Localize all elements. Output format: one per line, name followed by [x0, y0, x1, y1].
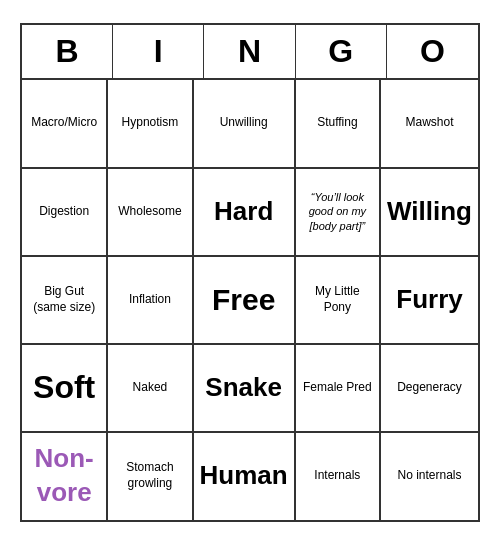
bingo-cell: Mawshot [380, 80, 478, 168]
bingo-cell: Macro/Micro [22, 80, 107, 168]
bingo-cell: Female Pred [295, 344, 380, 432]
bingo-cell: Willing [380, 168, 478, 256]
bingo-cell: Snake [193, 344, 295, 432]
bingo-cell: Big Gut (same size) [22, 256, 107, 344]
bingo-grid: Macro/MicroHypnotismUnwillingStuffingMaw… [22, 80, 478, 520]
bingo-cell: Free [193, 256, 295, 344]
bingo-header: BINGO [22, 25, 478, 80]
bingo-cell: Unwilling [193, 80, 295, 168]
bingo-cell: “You’ll look good on my [body part]” [295, 168, 380, 256]
header-letter: O [387, 25, 478, 78]
bingo-cell: Internals [295, 432, 380, 520]
header-letter: G [296, 25, 387, 78]
bingo-cell: Hypnotism [107, 80, 192, 168]
bingo-cell: Non-vore [22, 432, 107, 520]
bingo-cell: My Little Pony [295, 256, 380, 344]
bingo-cell: Inflation [107, 256, 192, 344]
bingo-cell: Furry [380, 256, 478, 344]
header-letter: N [204, 25, 295, 78]
bingo-cell: Degeneracy [380, 344, 478, 432]
header-letter: I [113, 25, 204, 78]
bingo-cell: Naked [107, 344, 192, 432]
bingo-cell: Hard [193, 168, 295, 256]
bingo-cell: Stomach growling [107, 432, 192, 520]
header-letter: B [22, 25, 113, 78]
bingo-cell: Stuffing [295, 80, 380, 168]
bingo-cell: Digestion [22, 168, 107, 256]
bingo-cell: Human [193, 432, 295, 520]
bingo-cell: No internals [380, 432, 478, 520]
bingo-card: BINGO Macro/MicroHypnotismUnwillingStuff… [20, 23, 480, 522]
bingo-cell: Wholesome [107, 168, 192, 256]
bingo-cell: Soft [22, 344, 107, 432]
